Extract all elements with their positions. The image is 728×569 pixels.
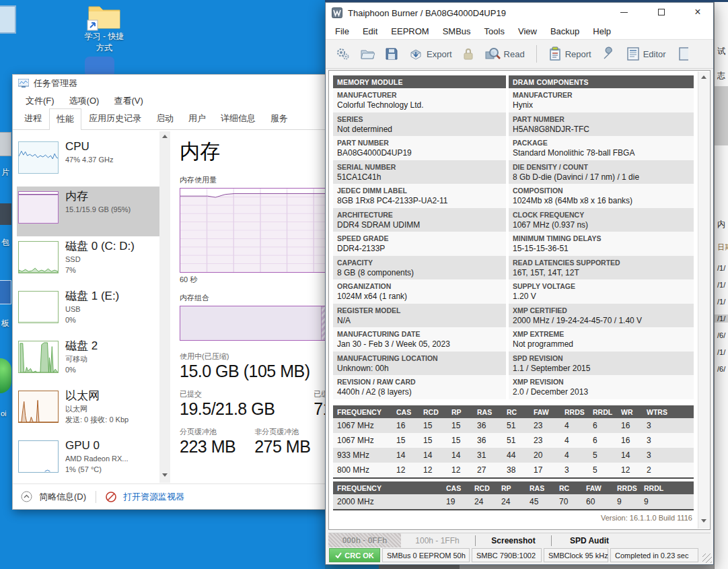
disk0-label: 磁盘 0 (C: D:) [65,239,135,254]
disk1-label: 磁盘 1 (E:) [65,289,119,304]
info-row: COMPOSITION 1024Mb x8 (64Mb x8 x 16 bank… [509,184,694,208]
memory-composition-bar[interactable] [180,306,328,341]
tab-startup[interactable]: 启动 [149,108,181,129]
smbc-status: SMBC 790B:1002 [472,548,542,562]
gpu-label: GPU 0 [65,438,129,453]
open-resource-monitor-link[interactable]: 打开资源监视器 [123,491,184,503]
export-button[interactable]: Export [406,44,455,63]
bg-date: /1/ [717,298,725,306]
read-button[interactable]: Read [482,44,527,63]
export-icon [408,46,423,61]
folder-icon [86,1,122,31]
thaiphoon-window: Thaiphoon Burner / BA08G4000D4UP19 × Fil… [325,2,714,565]
tab-processes[interactable]: 进程 [17,108,49,129]
menu-smbus[interactable]: SMBus [436,25,478,38]
jedec-table-header: FREQUENCYCASRCDRPRASRCFAWRRDSRRDLWRWTRS [333,405,694,418]
ethernet-label: 以太网 [65,389,129,403]
tab-services[interactable]: 服务 [263,108,295,129]
shortcut-label-2: 方式 [67,42,141,54]
disk2-value: 0% [65,364,98,375]
open-folder-icon [360,46,375,61]
task-manager-window: 任务管理器 文件(F) 选项(O) 查看(V) 进程 性能 应用历史记录 启动 … [12,74,328,510]
info-row: DIE DENSITY / COUNT 8 Gb D-die (Davinci … [509,160,694,185]
lock-button[interactable] [460,45,477,63]
status-bar: CRC OK SMBus 0 EEPROM 50h SMBC 790B:1002… [328,547,711,563]
task-manager-titlebar[interactable]: 任务管理器 [13,75,328,92]
menu-eeprom[interactable]: EEPROM [384,25,435,38]
disk0-type: SSD [65,254,135,265]
sidebar-item-disk1[interactable]: 磁盘 1 (E:) USB 0% [17,286,170,336]
disk0-value: 7% [65,265,135,275]
save-button[interactable] [382,45,401,63]
collapse-icon[interactable] [21,491,32,502]
tab-000h-0ffh[interactable]: 000h - 0FFh [328,533,401,548]
menu-backup[interactable]: Backup [544,25,586,38]
background-strip-teal [325,565,379,569]
sidebar-item-gpu[interactable]: GPU 0 AMD Radeon RX... 1% (57 °C) [17,436,170,486]
export-label: Export [427,49,452,59]
toolkit-button[interactable] [599,44,619,63]
tab-spd-audit[interactable]: SPD Audit [553,533,626,548]
cpu-mini-graph [18,141,59,174]
read-label: Read [504,49,525,59]
menu-file[interactable]: 文件(F) [18,93,62,109]
desktop-shortcut-folder[interactable]: 学习 - 快捷 方式 [67,1,141,54]
resize-grip[interactable] [702,554,712,563]
partial-toolbar-icon [675,44,691,63]
report-button[interactable]: Report [546,44,594,63]
shortcut-label: 学习 - 快捷 [67,31,141,42]
scroll-up-icon[interactable] [701,75,706,79]
edge-label-0: 片 [1,167,9,178]
tab-details[interactable]: 详细信息 [213,108,263,129]
sidebar-item-ethernet[interactable]: 以太网 以太网 发送: 0 接收: 0 Kbp [17,386,170,436]
tab-users[interactable]: 用户 [181,108,213,129]
minimize-button[interactable] [614,3,634,21]
memory-usage-graph [180,188,328,273]
sidebar-item-memory[interactable]: 内存 15.1/15.9 GB (95%) [17,187,170,236]
menu-edit[interactable]: Edit [356,25,384,38]
menu-file[interactable]: File [328,25,356,38]
sidebar-item-disk2[interactable]: 磁盘 2 可移动 0% [17,336,170,386]
close-button[interactable]: × [688,3,708,21]
maximize-button[interactable] [651,3,671,21]
bg-date: /1/ [717,264,725,272]
bg-fragment: 内 [717,219,725,230]
menu-view[interactable]: 查看(V) [106,93,150,109]
menu-help[interactable]: Help [586,25,618,38]
edge-label-1: 包 [1,237,9,248]
tab-100h-1ffh[interactable]: 100h - 1FFh [401,533,474,548]
tab-app-history[interactable]: 应用历史记录 [81,108,149,129]
menu-view[interactable]: View [511,25,544,38]
fewer-details-toggle[interactable]: 简略信息(D) [39,491,86,503]
task-manager-icon [18,79,29,88]
menu-tools[interactable]: Tools [478,25,511,38]
editor-label: Editor [643,49,666,59]
memory-label: 内存 [65,189,131,204]
settings-button[interactable] [332,44,353,63]
content-scrollbar[interactable] [698,71,709,529]
ethernet-mini-graph [18,391,59,423]
info-row: XMP CERTIFIED 2000 MHz / 19-24-24-45-70 … [509,304,694,328]
tab-performance[interactable]: 性能 [49,108,81,130]
open-button[interactable] [357,44,377,63]
info-row: SERIES Not determined [333,112,506,137]
scroll-down-icon[interactable] [701,519,706,523]
sidebar-item-cpu[interactable]: CPU 47% 4.37 GHz [17,137,170,187]
thaiphoon-menubar: File Edit EEPROM SMBus Tools View Backup… [326,23,713,39]
sidebar-item-disk0[interactable]: 磁盘 0 (C: D:) SSD 7% [17,236,170,286]
info-row: XMP REVISION 2.0 / December 2013 [509,375,694,399]
bg-fragment-date-header: 日期 [717,242,728,253]
bg-block [715,86,728,145]
thaiphoon-titlebar[interactable]: Thaiphoon Burner / BA08G4000D4UP19 × [326,3,713,23]
tab-screenshot[interactable]: Screenshot [477,533,550,548]
scroll-up-icon[interactable] [162,135,168,138]
sidebar-scrollbar[interactable] [159,131,170,483]
scroll-down-icon[interactable] [162,473,168,477]
maximize-icon [658,9,665,15]
info-row: SERIAL NUMBER 51CA1C41h [333,160,506,185]
disk0-mini-graph [18,241,59,273]
info-row: SPD REVISION 1.1 / September 2015 [509,352,694,376]
menu-options[interactable]: 选项(O) [62,93,107,109]
lock-icon [462,47,474,61]
editor-button[interactable]: Editor [624,44,669,63]
